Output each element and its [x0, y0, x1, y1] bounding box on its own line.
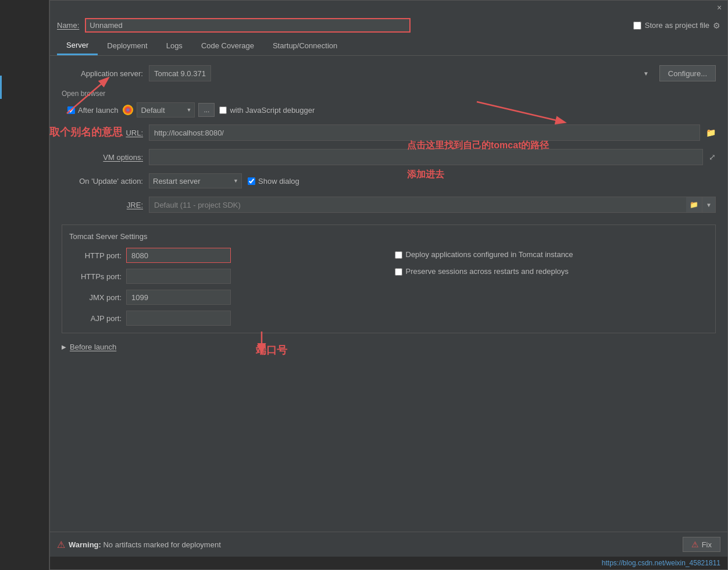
name-input[interactable]	[85, 18, 411, 33]
app-server-label: Application server:	[62, 69, 143, 78]
close-button[interactable]: ×	[715, 3, 724, 12]
gear-icon[interactable]: ⚙	[713, 21, 720, 30]
before-launch-section: ▶ Before launch	[62, 343, 716, 351]
after-launch-text: After launch	[78, 106, 118, 115]
warning-message: No artifacts marked for deployment	[103, 540, 220, 549]
before-launch-arrow: ▶	[62, 344, 66, 350]
show-dialog-text: Show dialog	[258, 177, 299, 186]
ajp-port-row: AJP port:	[69, 311, 383, 326]
store-project-checkbox[interactable]	[633, 22, 641, 30]
tabs-row: Server Deployment Logs Code Coverage Sta…	[50, 36, 727, 56]
preserve-sessions-text: Preserve sessions across restarts and re…	[406, 267, 569, 276]
preserve-sessions-option: Preserve sessions across restarts and re…	[395, 267, 709, 276]
fix-warn-icon: ⚠	[691, 540, 699, 549]
deploy-apps-checkbox[interactable]	[395, 251, 402, 259]
browser-select-field-wrap: Default	[137, 102, 195, 117]
update-action-row: On 'Update' action: Restart server Show …	[62, 173, 716, 188]
vm-options-input[interactable]	[149, 149, 703, 165]
after-launch-label: After launch	[67, 106, 118, 115]
js-debugger-text: with JavaScript debugger	[230, 106, 315, 115]
preserve-sessions-checkbox[interactable]	[395, 268, 402, 276]
http-port-label: HTTP port:	[69, 251, 122, 260]
before-launch-header[interactable]: ▶ Before launch	[62, 343, 716, 351]
expand-icon[interactable]: ⤢	[709, 152, 716, 162]
show-dialog-checkbox[interactable]	[248, 177, 255, 185]
port-grid: HTTP port: HTTPs port: JMX port:	[69, 248, 708, 326]
jmx-port-input[interactable]	[126, 290, 231, 305]
browser-select[interactable]: Default	[137, 102, 195, 117]
url-label: URL:	[62, 129, 143, 137]
tab-server[interactable]: Server	[57, 36, 98, 55]
js-debugger-label: with JavaScript debugger	[219, 106, 315, 115]
url-bar: https://blog.csdn.net/weixin_45821811	[50, 557, 727, 569]
after-launch-checkbox[interactable]	[67, 106, 75, 114]
show-dialog-label: Show dialog	[248, 177, 299, 186]
url-input[interactable]	[149, 124, 700, 141]
jre-label: JRE:	[62, 201, 143, 209]
tab-logs[interactable]: Logs	[157, 37, 192, 55]
active-indicator	[0, 76, 2, 99]
http-port-row: HTTP port:	[69, 248, 383, 263]
jre-folder-button[interactable]: 📁	[686, 197, 702, 213]
port-inputs-column: HTTP port: HTTPs port: JMX port:	[69, 248, 383, 326]
fix-button[interactable]: ⚠ Fix	[683, 537, 720, 552]
configure-button[interactable]: Configure...	[659, 65, 716, 81]
open-browser-section: Open browser After launch Default ...	[62, 90, 716, 117]
fix-btn-label: Fix	[702, 540, 712, 549]
deploy-options-column: Deploy applications configured in Tomcat…	[395, 248, 709, 326]
warning-prefix: Warning:	[69, 540, 101, 549]
ajp-port-label: AJP port:	[69, 314, 122, 323]
warning-text: Warning: No artifacts marked for deploym…	[69, 540, 221, 549]
tab-code-coverage[interactable]: Code Coverage	[192, 37, 263, 55]
ajp-port-input[interactable]	[126, 311, 231, 326]
tab-startup-connection[interactable]: Startup/Connection	[263, 37, 347, 55]
application-server-row: Application server: Tomcat 9.0.371 Confi…	[62, 65, 716, 81]
update-action-select-wrap: Restart server	[149, 173, 242, 188]
footer-bar: ⚠ Warning: No artifacts marked for deplo…	[50, 532, 727, 557]
tab-deployment[interactable]: Deployment	[98, 37, 156, 55]
deploy-apps-text: Deploy applications configured in Tomcat…	[406, 250, 573, 259]
jmx-port-row: JMX port:	[69, 290, 383, 305]
url-folder-button[interactable]: 📁	[706, 128, 716, 137]
header-row: Name: Store as project file ⚙	[50, 15, 727, 36]
open-browser-label: Open browser	[62, 90, 716, 98]
update-action-select[interactable]: Restart server	[149, 173, 242, 188]
vm-options-label: VM options:	[62, 153, 143, 162]
warning-icon: ⚠	[57, 539, 65, 550]
left-sidebar	[0, 0, 49, 570]
update-action-label: On 'Update' action:	[62, 177, 143, 186]
run-debug-dialog: × Name: Store as project file ⚙ Server D…	[49, 0, 728, 570]
jmx-port-label: JMX port:	[69, 293, 122, 302]
name-label: Name:	[57, 21, 79, 30]
https-port-input[interactable]	[126, 269, 231, 284]
jre-row: JRE: 📁 ▼	[62, 197, 716, 213]
jre-input-wrap: 📁 ▼	[149, 197, 716, 213]
js-debugger-checkbox[interactable]	[219, 106, 227, 114]
http-port-input[interactable]	[126, 248, 231, 263]
app-server-select-wrap: Tomcat 9.0.371	[149, 65, 654, 81]
before-launch-label: Before launch	[70, 343, 116, 351]
https-port-row: HTTPs port:	[69, 269, 383, 284]
url-row: URL: 📁	[62, 124, 716, 141]
warning-row: ⚠ Warning: No artifacts marked for deplo…	[57, 539, 683, 550]
browser-select-wrap: Default ...	[123, 102, 215, 117]
content-area: Application server: Tomcat 9.0.371 Confi…	[50, 56, 727, 532]
store-project-section: Store as project file ⚙	[633, 21, 720, 30]
title-bar: ×	[50, 1, 727, 15]
browser-dots-button[interactable]: ...	[198, 103, 215, 117]
app-server-select[interactable]: Tomcat 9.0.371	[149, 65, 211, 81]
vm-options-row: VM options: ⤢	[62, 149, 716, 165]
chrome-icon	[123, 105, 133, 115]
deploy-apps-option: Deploy applications configured in Tomcat…	[395, 250, 709, 259]
jre-dropdown-button[interactable]: ▼	[702, 197, 716, 213]
browser-row: After launch Default ... with JavaScript…	[67, 102, 716, 117]
jre-input[interactable]	[149, 197, 686, 213]
store-project-label: Store as project file	[645, 21, 709, 30]
tomcat-settings-title: Tomcat Server Settings	[69, 232, 708, 241]
tomcat-settings-section: Tomcat Server Settings HTTP port: HTTPs …	[62, 225, 716, 333]
https-port-label: HTTPs port:	[69, 272, 122, 281]
